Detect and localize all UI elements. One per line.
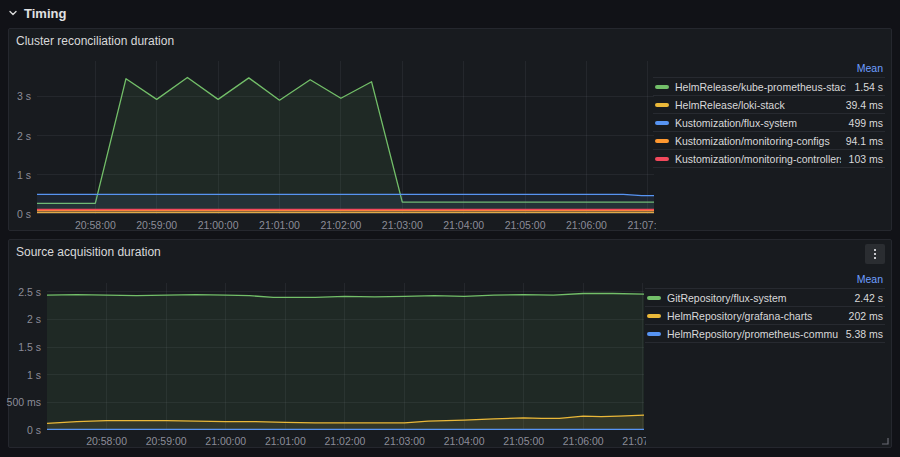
y-axis-tick-label: 500 ms xyxy=(0,396,41,408)
series-color-swatch xyxy=(647,332,661,336)
series-color-swatch xyxy=(655,157,669,161)
x-axis-tick-label: 21:07:00 xyxy=(608,219,656,231)
legend-mean-value: 2.42 s xyxy=(854,292,885,304)
y-axis-tick-label: 0 s xyxy=(0,424,41,436)
series-color-swatch xyxy=(647,314,661,318)
legend-mean-value: 5.38 ms xyxy=(846,328,885,340)
resize-corner-icon[interactable] xyxy=(881,437,889,445)
legend-series-name[interactable]: HelmRepository/prometheus-community xyxy=(667,328,838,340)
series-color-swatch xyxy=(655,85,669,89)
legend-row: GitRepository/flux-system2.42 s xyxy=(645,288,885,306)
y-axis-tick-label: 2 s xyxy=(0,130,31,142)
legend-row: Kustomization/monitoring-configs94.1 ms xyxy=(653,131,885,149)
legend-mean-value: 202 ms xyxy=(849,310,885,322)
legend-mean-value: 1.54 s xyxy=(854,81,885,93)
legend-table: MeanGitRepository/flux-system2.42 sHelmR… xyxy=(645,270,885,343)
legend-mean-header[interactable]: Mean xyxy=(645,270,885,288)
chevron-down-icon xyxy=(7,7,19,19)
legend-table: MeanHelmRelease/kube-prometheus-stack1.5… xyxy=(653,59,885,168)
series-fill-4 xyxy=(37,210,654,215)
section-title: Timing xyxy=(24,6,66,21)
y-axis-tick-label: 2 s xyxy=(0,313,41,325)
legend-row: HelmRepository/grafana-charts202 ms xyxy=(645,306,885,324)
series-fill-0 xyxy=(47,294,644,431)
legend-mean-header[interactable]: Mean xyxy=(653,59,885,77)
legend-series-name[interactable]: HelmRelease/loki-stack xyxy=(675,99,838,111)
legend-row: HelmRelease/kube-prometheus-stack1.54 s xyxy=(653,77,885,95)
legend-mean-value: 39.4 ms xyxy=(846,99,885,111)
legend-series-name[interactable]: HelmRepository/grafana-charts xyxy=(667,310,841,322)
legend-divider xyxy=(645,342,885,343)
x-axis: 20:58:0020:59:0021:00:0021:01:0021:02:00… xyxy=(37,219,656,233)
legend-mean-value: 103 ms xyxy=(849,153,885,165)
y-axis-tick-label: 2.5 s xyxy=(0,286,41,298)
legend-row: HelmRelease/loki-stack39.4 ms xyxy=(653,95,885,113)
legend-series-name[interactable]: Kustomization/flux-system xyxy=(675,117,841,129)
grafana-dashboard: { "colors": { "background": "#111217", "… xyxy=(0,0,900,457)
y-axis-tick-label: 1 s xyxy=(0,169,31,181)
legend-mean-value: 94.1 ms xyxy=(846,135,885,147)
legend-divider xyxy=(653,167,885,168)
series-fill-0 xyxy=(37,78,654,215)
legend-row: Kustomization/monitoring-controllers103 … xyxy=(653,149,885,167)
panel-source-acquisition-duration: Source acquisition duration 0 s500 ms1 s… xyxy=(8,239,892,448)
chart-canvas xyxy=(37,61,654,214)
legend-mean-value: 499 ms xyxy=(849,117,885,129)
legend-series-name[interactable]: Kustomization/monitoring-controllers xyxy=(675,153,841,165)
section-header-timing[interactable]: Timing xyxy=(7,4,66,22)
legend-row: Kustomization/flux-system499 ms xyxy=(653,113,885,131)
x-axis: 20:58:0020:59:0021:00:0021:01:0021:02:00… xyxy=(47,435,646,449)
y-axis-tick-label: 1 s xyxy=(0,369,41,381)
y-axis-tick-label: 0 s xyxy=(0,208,31,220)
y-axis-tick-label: 3 s xyxy=(0,90,31,102)
chart-canvas xyxy=(47,283,644,430)
legend-series-name[interactable]: HelmRelease/kube-prometheus-stack xyxy=(675,81,846,93)
series-color-swatch xyxy=(655,103,669,107)
x-axis-tick-label: 21:07:00 xyxy=(603,435,646,447)
series-color-swatch xyxy=(655,139,669,143)
y-axis-tick-label: 1.5 s xyxy=(0,341,41,353)
series-color-swatch xyxy=(647,296,661,300)
series-color-swatch xyxy=(655,121,669,125)
legend-series-name[interactable]: GitRepository/flux-system xyxy=(667,292,846,304)
panel-cluster-reconciliation-duration: Cluster reconciliation duration 0 s1 s2 … xyxy=(8,28,892,231)
legend-row: HelmRepository/prometheus-community5.38 … xyxy=(645,324,885,342)
legend-series-name[interactable]: Kustomization/monitoring-configs xyxy=(675,135,838,147)
